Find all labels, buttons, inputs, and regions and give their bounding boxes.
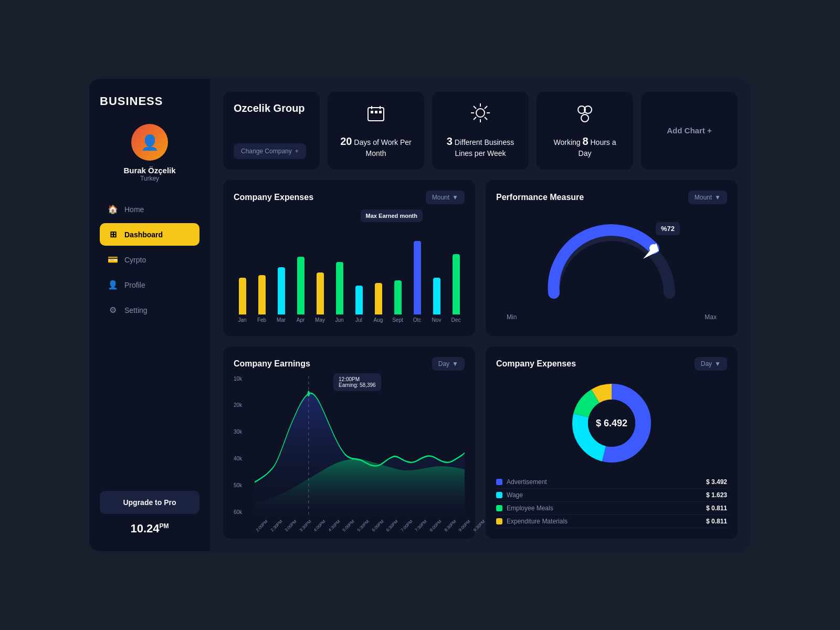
- user-country: Turkey: [140, 175, 159, 182]
- nav-home-label: Home: [124, 205, 144, 214]
- bar-group: Sept: [389, 220, 406, 323]
- expenses-chart-header: Company Expenses Mount ▼: [234, 191, 465, 204]
- sidebar-item-setting[interactable]: ⚙ Setting: [100, 299, 200, 321]
- app-container: BUSINESS 👤 Burak Özçelik Turkey 🏠 Home ⊞…: [89, 79, 751, 551]
- svg-rect-3: [379, 111, 382, 113]
- work-days-card: 20 Days of Work Per Month: [328, 92, 424, 170]
- bar-label: Mar: [277, 317, 286, 323]
- performance-chart: Performance Measure Mount ▼: [486, 180, 738, 336]
- legend-left: Employee Meals: [496, 505, 553, 512]
- chevron-down-icon4: ▼: [715, 360, 721, 368]
- legend-item: Employee Meals $ 0.811: [496, 502, 727, 515]
- legend-name: Employee Meals: [507, 505, 553, 512]
- bar-group: Dec: [447, 220, 465, 323]
- add-chart-label: Add Chart +: [667, 126, 711, 135]
- gauge-area: %72 Min Max: [496, 209, 727, 326]
- company-expenses-chart: Company Expenses Mount ▼ Max Earned mont…: [223, 180, 475, 336]
- legend-dot: [496, 505, 502, 511]
- bar-group: Nov: [428, 220, 445, 323]
- crypto-icon: 💳: [108, 255, 118, 265]
- bar-item: [297, 257, 304, 314]
- setting-icon: ⚙: [108, 305, 118, 315]
- bar-item: [258, 275, 266, 314]
- work-days-value: 20 Days of Work Per Month: [338, 134, 414, 159]
- legend-value: $ 1.623: [706, 491, 727, 499]
- legend-item: Expenditure Materials $ 0.811: [496, 515, 727, 528]
- bottom-row: Company Earnings Day ▼ 60k 50k 40k 30k 2…: [223, 346, 738, 539]
- add-chart-card[interactable]: Add Chart +: [641, 92, 738, 170]
- bar-label: Jun: [335, 317, 343, 323]
- bar-item: [414, 241, 421, 314]
- earnings-chart-title: Company Earnings: [234, 359, 310, 369]
- nav-crypto-label: Cyrpto: [124, 256, 146, 264]
- bar-group: Jul: [350, 220, 368, 323]
- earnings-dropdown[interactable]: Day ▼: [432, 357, 465, 371]
- svg-line-12: [485, 106, 487, 109]
- legend-left: Wage: [496, 491, 523, 499]
- gauge-max-label: Max: [705, 313, 717, 321]
- donut-chart-header: Company Expenses Day ▼: [496, 357, 727, 371]
- chevron-down-icon3: ▼: [452, 360, 458, 368]
- user-name: Burak Özçelik: [123, 166, 175, 175]
- bar-chart-area: Max Earned month JanFebMarAprMayJunJulAu…: [234, 209, 465, 326]
- work-days-icon: [365, 102, 386, 127]
- y-axis-labels: 60k 50k 40k 30k 20k 10k: [234, 376, 242, 518]
- bar-label: Dec: [452, 317, 461, 323]
- bar-label: Aug: [374, 317, 383, 323]
- expenses-dropdown[interactable]: Mount ▼: [426, 191, 465, 204]
- sidebar-item-home[interactable]: 🏠 Home: [100, 198, 200, 220]
- sidebar-time: 10.24PM: [100, 522, 200, 536]
- user-profile: 👤 Burak Özçelik Turkey: [100, 124, 200, 182]
- avatar: 👤: [131, 124, 168, 161]
- bar-label: Nov: [432, 317, 442, 323]
- legend-value: $ 0.811: [706, 505, 727, 512]
- donut-expenses-chart: Company Expenses Day ▼: [486, 346, 738, 539]
- work-hours-icon: [574, 102, 595, 127]
- top-stats-row: Ozcelik Group Change Company +: [223, 92, 738, 170]
- svg-line-11: [474, 106, 476, 109]
- bar-group: May: [311, 220, 329, 323]
- svg-line-13: [474, 117, 476, 120]
- gauge-labels: Min Max: [496, 313, 727, 321]
- svg-rect-0: [368, 108, 384, 121]
- bars-container: JanFebMarAprMayJunJulAugSeptOtcNovDec: [234, 209, 465, 326]
- bar-item: [375, 283, 382, 314]
- earnings-chart-header: Company Earnings Day ▼: [234, 357, 465, 371]
- business-lines-value: 3 Different Business Lines per Week: [443, 134, 518, 159]
- sidebar-item-dashboard[interactable]: ⊞ Dashboard: [100, 223, 200, 246]
- svg-rect-1: [371, 111, 373, 113]
- bar-item: [317, 272, 324, 314]
- middle-row: Company Expenses Mount ▼ Max Earned mont…: [223, 180, 738, 336]
- legend-value: $ 0.811: [706, 518, 727, 525]
- bar-item: [394, 280, 402, 314]
- performance-chart-title: Performance Measure: [496, 193, 584, 202]
- sidebar-item-cyrpto[interactable]: 💳 Cyrpto: [100, 248, 200, 271]
- legend-dot: [496, 492, 502, 498]
- line-chart-area: 60k 50k 40k 30k 20k 10k: [234, 376, 465, 528]
- gauge-min-label: Min: [507, 313, 517, 321]
- bar-group: Feb: [253, 220, 270, 323]
- change-company-button[interactable]: Change Company +: [234, 143, 306, 159]
- performance-chart-header: Performance Measure Mount ▼: [496, 191, 727, 204]
- legend-dot: [496, 479, 502, 485]
- legend-items: Advertisement $ 3.492 Wage $ 1.623 Emplo…: [496, 476, 727, 528]
- bar-group: Mar: [272, 220, 290, 323]
- donut-dropdown[interactable]: Day ▼: [695, 357, 727, 371]
- profile-icon: 👤: [108, 280, 118, 290]
- gauge-value: %72: [656, 222, 680, 235]
- expenses-chart-title: Company Expenses: [234, 193, 313, 202]
- performance-dropdown[interactable]: Mount ▼: [688, 191, 727, 204]
- svg-point-17: [581, 114, 589, 122]
- earnings-chart: Company Earnings Day ▼ 60k 50k 40k 30k 2…: [223, 346, 475, 539]
- bar-label: May: [315, 317, 325, 323]
- legend-item: Wage $ 1.623: [496, 489, 727, 502]
- legend-left: Advertisement: [496, 478, 547, 486]
- business-lines-icon: [470, 102, 491, 127]
- brand-logo: BUSINESS: [100, 94, 200, 108]
- legend-name: Advertisement: [507, 478, 547, 486]
- sidebar-item-profile[interactable]: 👤 Profile: [100, 274, 200, 296]
- bar-label: Otc: [413, 317, 422, 323]
- svg-point-6: [476, 109, 485, 117]
- upgrade-button[interactable]: Upgrade to Pro: [100, 491, 200, 514]
- bar-group: Jun: [331, 220, 348, 323]
